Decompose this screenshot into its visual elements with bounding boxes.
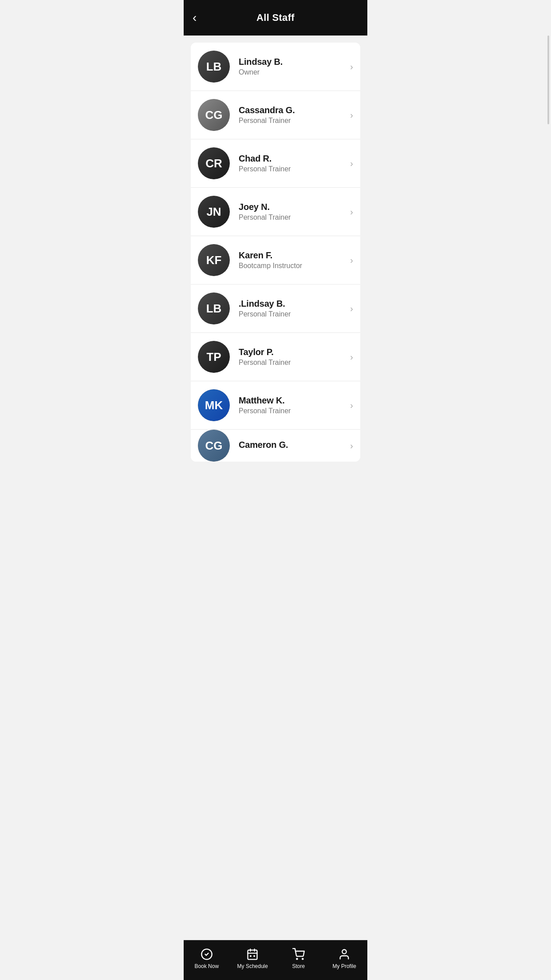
staff-info: Joey N. Personal Trainer [239,202,350,221]
chevron-right-icon: › [350,441,353,451]
staff-list-item[interactable]: KF Karen F. Bootcamp Instructor › [191,236,360,285]
chevron-right-icon: › [350,304,353,314]
staff-name: Matthew K. [239,395,350,406]
staff-list-item[interactable]: LB Lindsay B. Owner › [191,43,360,91]
staff-list-item[interactable]: CG Cassandra G. Personal Trainer › [191,91,360,139]
staff-list-item[interactable]: CG Cameron G. › [191,430,360,462]
staff-name: Chad R. [239,154,350,164]
staff-role: Personal Trainer [239,310,350,318]
staff-avatar: MK [198,389,230,421]
staff-avatar: JN [198,196,230,228]
avatar-initials: JN [198,196,230,228]
staff-name: Cameron G. [239,440,350,450]
avatar-initials: MK [198,389,230,421]
avatar-initials: LB [198,51,230,83]
staff-list: LB Lindsay B. Owner › CG Cassandra G. Pe… [191,43,360,462]
staff-role: Personal Trainer [239,359,350,367]
staff-info: Cameron G. [239,440,350,451]
back-button[interactable]: ‹ [193,12,197,24]
staff-name: Taylor P. [239,347,350,357]
avatar-initials: LB [198,292,230,324]
staff-list-item[interactable]: MK Matthew K. Personal Trainer › [191,381,360,430]
staff-list-item[interactable]: TP Taylor P. Personal Trainer › [191,333,360,381]
staff-avatar: CG [198,430,230,462]
staff-info: .Lindsay B. Personal Trainer [239,299,350,318]
chevron-right-icon: › [350,207,353,217]
page-title: All Staff [256,12,295,24]
staff-role: Personal Trainer [239,117,350,125]
staff-info: Matthew K. Personal Trainer [239,395,350,415]
avatar-initials: CR [198,147,230,179]
staff-name: .Lindsay B. [239,299,350,309]
staff-info: Lindsay B. Owner [239,57,350,76]
staff-avatar: TP [198,341,230,373]
avatar-initials: CG [198,430,230,462]
staff-role: Owner [239,68,350,76]
avatar-initials: KF [198,244,230,276]
staff-list-item[interactable]: CR Chad R. Personal Trainer › [191,139,360,188]
staff-avatar: LB [198,292,230,324]
staff-avatar: CR [198,147,230,179]
chevron-right-icon: › [350,62,353,72]
avatar-initials: CG [198,99,230,131]
chevron-right-icon: › [350,400,353,411]
avatar-initials: TP [198,341,230,373]
staff-avatar: CG [198,99,230,131]
page-content: LB Lindsay B. Owner › CG Cassandra G. Pe… [184,43,367,506]
chevron-right-icon: › [350,158,353,169]
staff-role: Personal Trainer [239,213,350,221]
staff-avatar: KF [198,244,230,276]
staff-name: Karen F. [239,250,350,261]
staff-list-item[interactable]: LB .Lindsay B. Personal Trainer › [191,285,360,333]
staff-role: Bootcamp Instructor [239,262,350,270]
staff-list-item[interactable]: JN Joey N. Personal Trainer › [191,188,360,236]
staff-info: Cassandra G. Personal Trainer [239,105,350,125]
staff-name: Lindsay B. [239,57,350,67]
chevron-right-icon: › [350,110,353,120]
chevron-right-icon: › [350,352,353,362]
staff-info: Taylor P. Personal Trainer [239,347,350,367]
staff-role: Personal Trainer [239,165,350,173]
staff-role: Personal Trainer [239,407,350,415]
chevron-right-icon: › [350,255,353,265]
staff-name: Joey N. [239,202,350,212]
staff-avatar: LB [198,51,230,83]
app-header: ‹ All Staff [184,0,367,36]
staff-info: Karen F. Bootcamp Instructor [239,250,350,270]
staff-info: Chad R. Personal Trainer [239,154,350,173]
staff-name: Cassandra G. [239,105,350,115]
